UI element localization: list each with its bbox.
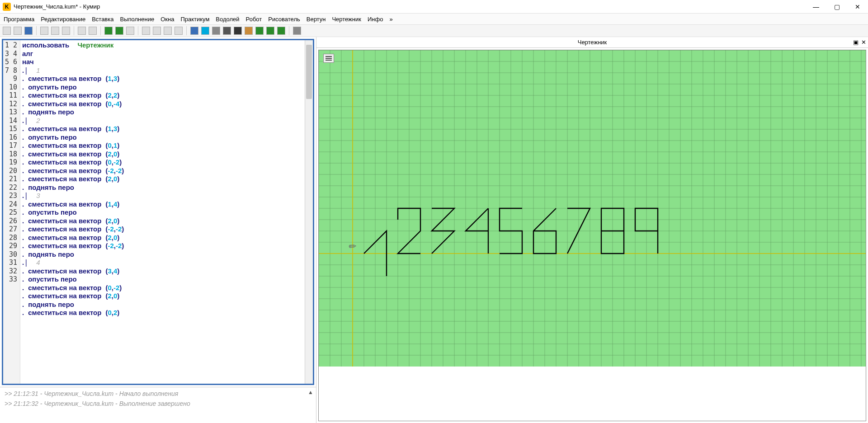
run-icon[interactable] <box>104 27 113 35</box>
window-title: Чертежник_Числа.kum* - Кумир <box>14 3 100 10</box>
run-step-icon[interactable] <box>115 27 123 35</box>
undo-icon[interactable] <box>78 27 86 35</box>
canvas-menu-icon[interactable] <box>323 54 334 63</box>
console-collapse-icon[interactable]: ▲ <box>308 389 313 395</box>
pane-title: Чертежник <box>578 39 607 46</box>
stop-icon[interactable] <box>126 27 134 35</box>
menu-Практикум[interactable]: Практикум <box>180 16 209 23</box>
exec-draftsman-icon[interactable] <box>277 27 285 35</box>
line-gutter: 1 2 3 4 5 6 7 8 9 10 11 12 13 14 15 16 1… <box>3 40 20 384</box>
exec-grid2-icon[interactable] <box>223 27 231 35</box>
save-icon[interactable] <box>24 27 33 35</box>
menu-Программа[interactable]: Программа <box>4 16 34 23</box>
menu-Водолей[interactable]: Водолей <box>216 16 239 23</box>
menu-Инфо[interactable]: Инфо <box>368 16 383 23</box>
titlebar: K Чертежник_Числа.kum* - Кумир — ▢ ✕ <box>0 0 868 14</box>
exec-robot-icon[interactable] <box>255 27 264 35</box>
menu-Выполнение[interactable]: Выполнение <box>120 16 154 23</box>
menu-Вертун[interactable]: Вертун <box>307 16 326 23</box>
pane-dock-icon[interactable]: ▣ <box>853 39 859 46</box>
code-editor[interactable]: 1 2 3 4 5 6 7 8 9 10 11 12 13 14 15 16 1… <box>2 39 314 385</box>
app-icon: K <box>3 3 11 11</box>
tool-3-icon[interactable] <box>164 27 172 35</box>
minimize-button[interactable]: — <box>806 0 826 14</box>
exec-paint-icon[interactable] <box>245 27 253 35</box>
right-pane: Чертежник ▣ ✕ ✎ <box>316 37 868 423</box>
pane-header: Чертежник ▣ ✕ <box>316 37 868 48</box>
tool-1-icon[interactable] <box>142 27 150 35</box>
code-area[interactable]: использовать Чертежник алг нач .| 1 . см… <box>20 40 305 384</box>
exec-waves-icon[interactable] <box>201 27 209 35</box>
exec-vodoley-icon[interactable] <box>190 27 198 35</box>
toolbar <box>0 24 868 37</box>
editor-scrollbar[interactable] <box>305 40 313 384</box>
copy-icon[interactable] <box>51 27 59 35</box>
open-icon[interactable] <box>14 27 22 35</box>
menu-»[interactable]: » <box>389 16 392 23</box>
pane-close-icon[interactable]: ✕ <box>861 39 866 46</box>
canvas[interactable]: ✎ <box>318 50 866 421</box>
console-line: >> 21:12:31 - Чертежник_Числа.kum - Нача… <box>5 390 311 397</box>
cut-icon[interactable] <box>40 27 48 35</box>
left-pane: 1 2 3 4 5 6 7 8 9 10 11 12 13 14 15 16 1… <box>0 37 316 423</box>
paste-icon[interactable] <box>62 27 70 35</box>
menu-Редактирование[interactable]: Редактирование <box>41 16 85 23</box>
tool-2-icon[interactable] <box>153 27 161 35</box>
menu-Вставка[interactable]: Вставка <box>92 16 113 23</box>
redo-icon[interactable] <box>89 27 97 35</box>
exec-grid1-icon[interactable] <box>212 27 220 35</box>
console: ▲ >> 21:12:31 - Чертежник_Числа.kum - На… <box>0 387 316 423</box>
new-icon[interactable] <box>3 27 11 35</box>
console-line: >> 21:12:32 - Чертежник_Числа.kum - Выпо… <box>5 400 311 407</box>
exec-extra-icon[interactable] <box>293 27 301 35</box>
exec-turtle-icon[interactable] <box>266 27 274 35</box>
menu-Чертежник[interactable]: Чертежник <box>332 16 361 23</box>
menu-Окна[interactable]: Окна <box>160 16 174 23</box>
close-button[interactable]: ✕ <box>847 0 868 14</box>
menu-Робот[interactable]: Робот <box>246 16 262 23</box>
menubar: ПрограммаРедактированиеВставкаВыполнение… <box>0 14 868 24</box>
tool-4-icon[interactable] <box>175 27 183 35</box>
menu-Рисователь[interactable]: Рисователь <box>268 16 300 23</box>
exec-game-icon[interactable] <box>234 27 242 35</box>
scrollbar-thumb[interactable] <box>306 45 312 99</box>
maximize-button[interactable]: ▢ <box>826 0 847 14</box>
